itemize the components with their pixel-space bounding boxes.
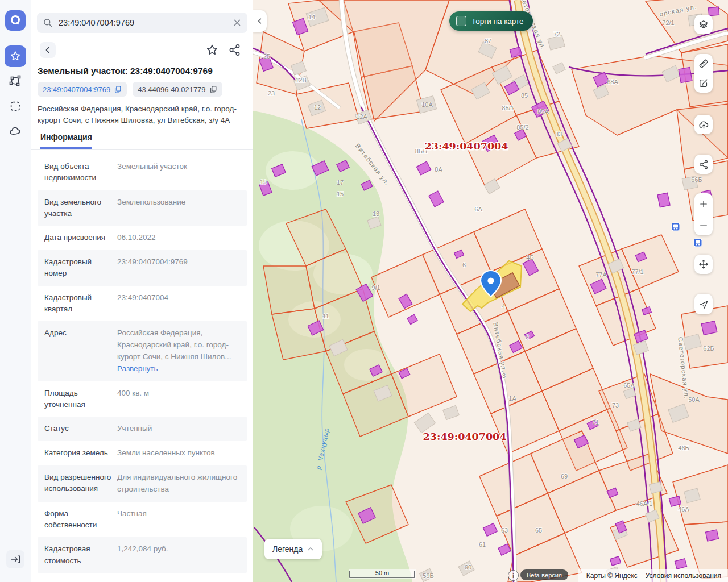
info-panel: Земельный участок: 23:49:0407004:9769 23… xyxy=(31,0,253,582)
share-icon xyxy=(698,159,709,170)
search-input[interactable] xyxy=(57,18,233,28)
star-icon xyxy=(9,50,22,63)
house-number-label: 62Б xyxy=(703,345,714,352)
search-bar[interactable] xyxy=(37,13,247,33)
favorites-tool-button[interactable] xyxy=(5,45,26,67)
copy-icon[interactable] xyxy=(209,85,217,93)
cadastral-number-chip: 23:49:0407004:9769 xyxy=(38,82,127,97)
clear-search-icon[interactable] xyxy=(233,18,242,27)
info-row: Вид разрешенного использованияДля индиви… xyxy=(38,465,247,502)
zoom-control xyxy=(694,193,713,235)
measure-button[interactable] xyxy=(694,54,713,73)
house-number-label: 83 xyxy=(555,131,562,138)
panel-header xyxy=(31,40,253,60)
share-button[interactable] xyxy=(228,43,242,57)
locate-button[interactable] xyxy=(694,294,713,314)
back-button[interactable] xyxy=(40,42,56,58)
house-number-label: 90 xyxy=(465,564,471,571)
draw-button[interactable] xyxy=(694,73,713,93)
info-row: Форма собственностиЧастная xyxy=(38,502,247,538)
map-viewport[interactable]: 14877272/1252312В1212А10А8585/185А85/283… xyxy=(253,0,728,582)
house-number-label: 71 xyxy=(592,419,599,426)
locate-control xyxy=(694,294,713,314)
info-row-label: Дата присвоения xyxy=(44,232,117,244)
house-number-label: 72/1 xyxy=(662,19,674,26)
dashed-select-icon xyxy=(9,100,22,113)
terms-link[interactable]: Условия использования xyxy=(646,572,721,580)
measure-draw-control xyxy=(694,54,713,93)
info-row-value: 23:49:0407004:9769 xyxy=(117,256,247,280)
info-row-label: Вид объекта недвижимости xyxy=(44,161,117,184)
cadastral-quarter-label: 23:49:0407004 xyxy=(425,140,508,152)
beta-badge: Beta-версия xyxy=(520,569,568,580)
house-number-label: 11 xyxy=(322,313,329,319)
logout-icon xyxy=(10,554,21,565)
collapse-panel-button[interactable] xyxy=(253,10,267,32)
cloud-upload-icon xyxy=(698,119,710,131)
legend-button[interactable]: Легенда xyxy=(264,539,322,559)
expand-address-link[interactable]: Развернуть xyxy=(117,364,158,373)
attribution-text[interactable]: Карты © Яндекс xyxy=(586,572,638,580)
object-address: Российская Федерация, Краснодарский край… xyxy=(38,103,246,126)
house-number-label: 59Б xyxy=(423,572,433,579)
pan-button[interactable] xyxy=(694,255,713,274)
location-arrow-icon xyxy=(698,299,709,310)
info-row-value: Земли населенных пунктов xyxy=(117,447,247,459)
house-number-label: 85А xyxy=(537,108,549,115)
house-number-label: 2 xyxy=(526,334,529,340)
cadastral-number-link[interactable]: 23:49:0407004:9769 xyxy=(43,85,110,94)
house-number-label: 46А/1 xyxy=(636,500,653,507)
house-number-label: 6А xyxy=(474,206,482,213)
polygon-icon xyxy=(9,74,22,88)
zoom-out-button[interactable] xyxy=(694,214,713,235)
map-canvas[interactable]: 14877272/1252312В1212А10А8585/185А85/283… xyxy=(253,0,728,582)
house-number-label: 85/2 xyxy=(516,124,528,131)
info-row-label: Вид земельного участка xyxy=(44,197,117,220)
polygon-tool-button[interactable] xyxy=(5,70,26,92)
favorite-star-button[interactable] xyxy=(205,43,219,57)
house-number-label: 1А xyxy=(508,395,516,402)
info-row-label: Статус xyxy=(44,423,117,435)
tabs-bar: Информация xyxy=(31,131,253,150)
copy-icon[interactable] xyxy=(114,85,122,93)
object-title: Земельный участок: 23:49:0407004:9769 xyxy=(38,66,247,76)
house-number-label: 3 xyxy=(502,372,506,379)
info-row: Вид объекта недвижимостиЗемельный участо… xyxy=(38,155,247,190)
info-badge[interactable]: i xyxy=(508,570,519,581)
app-logo-icon[interactable] xyxy=(5,10,26,31)
info-row-label: Кадастровая стоимость xyxy=(44,543,117,567)
info-row-value: 06.10.2022 xyxy=(117,232,247,244)
share-map-control xyxy=(694,155,713,174)
cadastral-quarter-label: 23:49:0407004 xyxy=(423,431,507,442)
auctions-checkbox[interactable] xyxy=(456,16,466,26)
info-row: Кадастровый номер23:49:0407004:9769 xyxy=(38,250,247,286)
chevron-up-icon xyxy=(307,546,314,552)
info-row-label: Адрес xyxy=(44,327,117,375)
house-number-label: 4 xyxy=(502,303,505,310)
layers-button[interactable] xyxy=(694,15,713,34)
ruler-icon xyxy=(698,58,709,69)
cloud-tool-button[interactable] xyxy=(5,120,26,142)
chevron-left-icon xyxy=(44,46,52,54)
tab-information[interactable]: Информация xyxy=(40,132,92,149)
scale-bar: 50 m xyxy=(349,569,416,579)
info-row: Категория земельЗемли населенных пунктов xyxy=(38,441,247,465)
info-row: Дата присвоения06.10.2022 xyxy=(38,226,247,250)
move-icon xyxy=(698,259,709,270)
upload-control xyxy=(694,115,713,134)
select-area-tool-button[interactable] xyxy=(5,95,26,117)
info-row: СтатусУчтенный xyxy=(38,417,247,441)
upload-button[interactable] xyxy=(694,115,713,134)
info-row: Вид земельного участкаЗемлепользование xyxy=(38,190,247,226)
house-number-label: 12 xyxy=(314,104,321,111)
logout-button[interactable] xyxy=(6,550,24,568)
zoom-in-button[interactable] xyxy=(694,193,713,214)
info-row-value: Землепользование xyxy=(117,197,247,220)
house-number-label: 65 xyxy=(535,527,542,534)
scale-label: 50 m xyxy=(349,569,416,576)
house-number-label: 23 xyxy=(268,90,275,97)
house-number-label: 14 xyxy=(308,14,315,20)
share-map-button[interactable] xyxy=(694,155,713,174)
auctions-toggle[interactable]: Торги на карте xyxy=(449,11,533,31)
house-number-label: 4Б xyxy=(526,254,533,261)
